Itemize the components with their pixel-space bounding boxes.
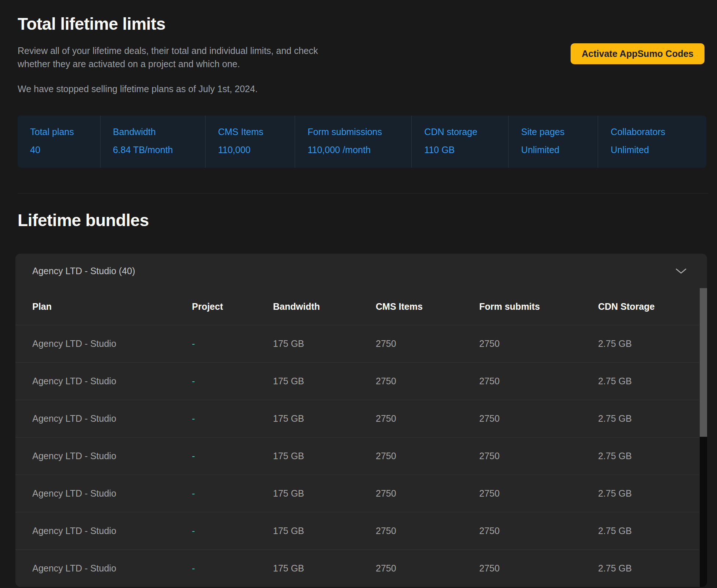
table-row: Agency LTD - Studio-175 GB275027502.75 G… — [15, 400, 699, 437]
bundle-card-title: Agency LTD - Studio (40) — [32, 266, 135, 276]
cell-bandwidth: 175 GB — [273, 526, 376, 536]
deprecation-notice: We have stopped selling lifetime plans a… — [18, 82, 322, 95]
stat-form-submissions: Form submissions110,000 /month — [295, 116, 411, 168]
stat-collaborators: CollaboratorsUnlimited — [598, 116, 706, 168]
stat-value: 110,000 /month — [307, 145, 408, 155]
column-header-bandwidth: Bandwidth — [273, 301, 376, 312]
stat-label: Collaborators — [611, 127, 703, 137]
cell-bandwidth: 175 GB — [273, 488, 376, 499]
stat-label: Bandwidth — [113, 127, 201, 137]
stat-cms-items: CMS Items110,000 — [205, 116, 295, 168]
cell-form-submits: 2750 — [479, 488, 598, 499]
bundle-plans-table: PlanProjectBandwidthCMS ItemsForm submit… — [15, 288, 707, 587]
cell-cdn-storage: 2.75 GB — [598, 376, 699, 386]
cell-cms-items: 2750 — [376, 526, 479, 536]
stat-site-pages: Site pagesUnlimited — [508, 116, 598, 168]
cell-plan: Agency LTD - Studio — [32, 488, 192, 499]
cell-bandwidth: 175 GB — [273, 451, 376, 461]
column-header-plan: Plan — [32, 301, 192, 312]
cell-project: - — [192, 338, 273, 349]
table-row: Agency LTD - Studio-175 GB275027502.75 G… — [15, 549, 699, 587]
cell-project: - — [192, 451, 273, 461]
cell-plan: Agency LTD - Studio — [32, 526, 192, 536]
cell-cms-items: 2750 — [376, 488, 479, 499]
column-header-form-submits: Form submits — [479, 301, 598, 312]
cell-form-submits: 2750 — [479, 338, 598, 349]
cell-form-submits: 2750 — [479, 413, 598, 424]
table-header-row: PlanProjectBandwidthCMS ItemsForm submit… — [15, 288, 699, 325]
cell-cdn-storage: 2.75 GB — [598, 526, 699, 536]
cell-plan: Agency LTD - Studio — [32, 451, 192, 461]
cell-cms-items: 2750 — [376, 563, 479, 574]
stat-value: 40 — [30, 145, 97, 155]
cell-cms-items: 2750 — [376, 451, 479, 461]
stat-value: 110 GB — [424, 145, 505, 155]
cell-form-submits: 2750 — [479, 526, 598, 536]
bundle-card: Agency LTD - Studio (40) PlanProjectBand… — [15, 254, 707, 587]
bundles-section-title: Lifetime bundles — [18, 210, 717, 230]
column-header-cdn-storage: CDN Storage — [598, 301, 699, 312]
stat-label: CDN storage — [424, 127, 505, 137]
cell-project: - — [192, 488, 273, 499]
cell-plan: Agency LTD - Studio — [32, 413, 192, 424]
table-row: Agency LTD - Studio-175 GB275027502.75 G… — [15, 325, 699, 362]
stat-label: CMS Items — [218, 127, 291, 137]
column-header-cms-items: CMS Items — [376, 301, 479, 312]
page-header-text: Total lifetime limits Review all of your… — [18, 14, 322, 95]
cell-cdn-storage: 2.75 GB — [598, 563, 699, 574]
cell-bandwidth: 175 GB — [273, 563, 376, 574]
cell-bandwidth: 175 GB — [273, 413, 376, 424]
table-scrollbar[interactable] — [700, 288, 707, 587]
cell-cms-items: 2750 — [376, 413, 479, 424]
cell-project: - — [192, 563, 273, 574]
stat-value: 6.84 TB/month — [113, 145, 201, 155]
cell-plan: Agency LTD - Studio — [32, 338, 192, 349]
cell-cdn-storage: 2.75 GB — [598, 488, 699, 499]
table-row: Agency LTD - Studio-175 GB275027502.75 G… — [15, 362, 699, 400]
page-description: Review all of your lifetime deals, their… — [18, 44, 322, 70]
stat-cdn-storage: CDN storage110 GB — [411, 116, 508, 168]
cell-form-submits: 2750 — [479, 451, 598, 461]
stat-value: Unlimited — [521, 145, 594, 155]
cell-cdn-storage: 2.75 GB — [598, 413, 699, 424]
stat-bandwidth: Bandwidth6.84 TB/month — [100, 116, 205, 168]
table-row: Agency LTD - Studio-175 GB275027502.75 G… — [15, 512, 699, 549]
page-title: Total lifetime limits — [18, 14, 322, 34]
table-body: Agency LTD - Studio-175 GB275027502.75 G… — [15, 325, 707, 587]
cell-plan: Agency LTD - Studio — [32, 376, 192, 386]
table-row: Agency LTD - Studio-175 GB275027502.75 G… — [15, 475, 699, 512]
stat-label: Form submissions — [307, 127, 408, 137]
cell-cms-items: 2750 — [376, 376, 479, 386]
cell-project: - — [192, 413, 273, 424]
cell-cms-items: 2750 — [376, 338, 479, 349]
table-row: Agency LTD - Studio-175 GB275027502.75 G… — [15, 437, 699, 475]
cell-plan: Agency LTD - Studio — [32, 563, 192, 574]
bundle-card-header[interactable]: Agency LTD - Studio (40) — [15, 254, 707, 288]
cell-project: - — [192, 526, 273, 536]
cell-bandwidth: 175 GB — [273, 338, 376, 349]
cell-form-submits: 2750 — [479, 376, 598, 386]
chevron-down-icon[interactable] — [675, 268, 687, 274]
cell-project: - — [192, 376, 273, 386]
stat-label: Total plans — [30, 127, 97, 137]
cell-cdn-storage: 2.75 GB — [598, 451, 699, 461]
activate-appsumo-codes-button[interactable]: Activate AppSumo Codes — [571, 43, 705, 64]
cell-form-submits: 2750 — [479, 563, 598, 574]
lifetime-limits-page: Total lifetime limits Review all of your… — [0, 0, 717, 588]
table-scrollbar-thumb[interactable] — [700, 288, 707, 437]
page-header: Total lifetime limits Review all of your… — [0, 0, 717, 95]
stat-value: Unlimited — [611, 145, 703, 155]
stat-value: 110,000 — [218, 145, 291, 155]
cell-cdn-storage: 2.75 GB — [598, 338, 699, 349]
section-divider — [18, 193, 708, 193]
cell-bandwidth: 175 GB — [273, 376, 376, 386]
column-header-project: Project — [192, 301, 273, 312]
stat-total-plans: Total plans40 — [18, 116, 100, 168]
stat-label: Site pages — [521, 127, 594, 137]
lifetime-totals-bar: Total plans40Bandwidth6.84 TB/monthCMS I… — [18, 116, 706, 168]
